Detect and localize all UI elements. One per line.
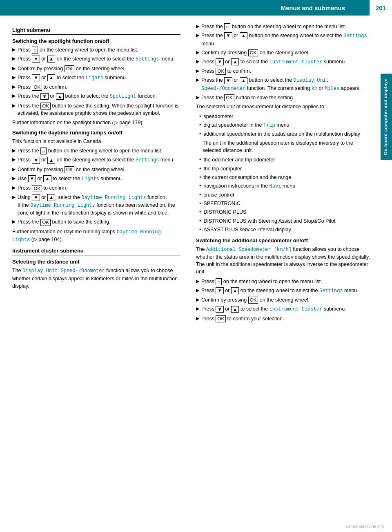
list-item: ▶ Press the ▼ or ▲ button on the steerin… (196, 32, 372, 47)
list-item: ▶ Press the ▼ or ▲ button to select the … (196, 76, 372, 92)
further-daytime: Further information on daytime running l… (12, 228, 180, 244)
arrow-icon: ▶ (196, 287, 199, 294)
down-btn: ▼ (216, 58, 223, 65)
arrow-icon: ▶ (12, 56, 16, 62)
list-item: ▶ Press ⌂ on the steering wheel to open … (196, 278, 372, 285)
down-btn: ▼ (216, 287, 223, 294)
arrow-icon: ▶ (196, 23, 199, 30)
measurement-intro: The selected unit of measurement for dis… (196, 103, 372, 110)
list-item: ASSYST PLUS service interval display (199, 226, 372, 233)
right-column: ▶ Press the ⌂ button on the steering whe… (192, 23, 372, 324)
list-item: ▶ Press OK to confirm. (12, 184, 180, 192)
ok-btn: OK (40, 219, 51, 226)
list-item: ▶ Press the ⌂ button on the steering whe… (196, 23, 372, 30)
list-item: the odometer and trip odometer (199, 156, 372, 163)
arrow-icon: ▶ (12, 103, 16, 109)
watermark: carmanualonline.info (346, 524, 384, 529)
arrow-icon: ▶ (196, 315, 199, 322)
home-btn: ⌂ (224, 23, 230, 30)
arrow-icon: ▶ (196, 68, 199, 74)
subsection-distance-title: Selecting the distance unit (12, 259, 180, 265)
arrow-icon: ▶ (196, 49, 199, 56)
down-btn: ▼ (224, 32, 232, 39)
ok-btn: OK (216, 315, 226, 322)
ok-btn: OK (32, 185, 42, 192)
list-item: SPEEDTRONIC (199, 200, 372, 207)
arrow-icon: ▶ (12, 156, 16, 163)
list-item: ▶ Press ⌂ on the steering wheel to open … (12, 46, 180, 54)
list-item: DISTRONIC PLUS (199, 208, 372, 216)
up-btn: ▲ (240, 77, 247, 84)
list-item: navigation instructions in the Navi menu (199, 182, 372, 190)
subsection-daytime-title: Switching the daytime running lamps on/o… (12, 130, 180, 136)
ok-btn: OK (65, 65, 75, 72)
down-btn: ▼ (40, 93, 48, 100)
list-item: ▶ Press the ▼ or ▲ button to select the … (12, 92, 180, 100)
distance-intro: The Display Unit Speed-/Odometer functio… (12, 267, 180, 290)
up-btn: ▲ (231, 306, 239, 313)
section-light-submenu: Light submenu (12, 27, 180, 35)
up-btn: ▲ (240, 32, 247, 39)
ok-btn: OK (65, 166, 75, 173)
up-btn: ▲ (47, 194, 55, 201)
list-item: ▶ Press the OK button to save the settin… (12, 218, 180, 226)
list-item: ▶ Using ▼ or ▲, select the Daytime Runni… (12, 194, 180, 217)
ok-btn: OK (40, 103, 51, 110)
up-btn: ▲ (47, 157, 55, 164)
left-column: Light submenu Switching the spotlight fu… (12, 23, 192, 324)
up-btn: ▲ (231, 287, 239, 294)
arrow-icon: ▶ (196, 77, 199, 83)
ok-btn: OK (216, 68, 226, 75)
right-top-list: ▶ Press the ⌂ button on the steering whe… (196, 23, 372, 101)
list-item: the current consumption and the range (199, 174, 372, 181)
list-item: ▶ Press ▼ or ▲ to select the Lights subm… (12, 74, 180, 82)
ok-btn: OK (224, 94, 234, 101)
list-item: ▶ Press ▼ or ▲ on the steering wheel to … (12, 55, 180, 63)
down-btn: ▼ (32, 194, 40, 201)
measurement-list: speedometer digital speedometer in the T… (199, 113, 372, 138)
arrow-icon: ▶ (12, 65, 16, 72)
arrow-icon: ▶ (12, 219, 16, 225)
arrow-icon: ▶ (196, 94, 199, 101)
list-item: ▶ Press the OK button to save the settin… (12, 102, 180, 117)
arrow-icon: ▶ (196, 297, 199, 303)
arrow-icon: ▶ (12, 47, 16, 53)
further-spotlight: Further information on the spotlight fun… (12, 119, 180, 126)
up-btn: ▲ (231, 58, 239, 65)
up-btn: ▲ (43, 175, 51, 182)
down-btn: ▼ (216, 306, 223, 313)
arrow-icon: ▶ (196, 306, 199, 312)
spotlight-list: ▶ Press ⌂ on the steering wheel to open … (12, 46, 180, 117)
arrow-icon: ▶ (12, 194, 16, 201)
down-btn: ▼ (224, 77, 232, 84)
home-btn: ⌂ (40, 148, 47, 154)
home-btn: ⌂ (32, 47, 38, 54)
list-item: speedometer (199, 113, 372, 120)
arrow-icon: ▶ (12, 93, 16, 99)
page-number: 201 (370, 0, 392, 16)
section-instrument-cluster: Instrument cluster submenu (12, 248, 180, 255)
arrow-icon: ▶ (12, 74, 16, 81)
down-btn: ▼ (28, 175, 36, 182)
arrow-icon: ▶ (196, 58, 199, 65)
list-item: ▶ Press ▼ or ▲ to select the Instru­ment… (196, 58, 372, 66)
home-btn: ⌂ (216, 278, 222, 285)
ok-btn: OK (248, 297, 258, 304)
down-btn: ▼ (32, 56, 40, 63)
main-content: Light submenu Switching the spotlight fu… (0, 16, 392, 331)
side-tab: On-board computer and displays (381, 74, 392, 160)
arrow-icon: ▶ (196, 32, 199, 39)
up-btn: ▲ (56, 93, 64, 100)
arrow-icon: ▶ (196, 278, 199, 285)
down-btn: ▼ (32, 74, 40, 81)
list-item: ▶ Use ▼ or ▲ to select the Lights submen… (12, 175, 180, 183)
up-btn: ▲ (47, 56, 55, 63)
subsection-additional-speedo-title: Switching the additional speedometer on/… (196, 237, 372, 244)
list-item: ▶ Press OK to confirm your selection. (196, 315, 372, 322)
list-item: ▶ Confirm by pressing OK on the steering… (196, 49, 372, 56)
list-item: ▶ Press ▼ or ▲ on the steering wheel to … (196, 287, 372, 295)
list-item: ▶ Press OK to confirm. (196, 67, 372, 75)
list-item: DISTRONIC PLUS with Steering Assist and … (199, 217, 372, 225)
up-btn: ▲ (47, 74, 55, 81)
header-bar: Menus and submenus 201 (0, 0, 392, 16)
